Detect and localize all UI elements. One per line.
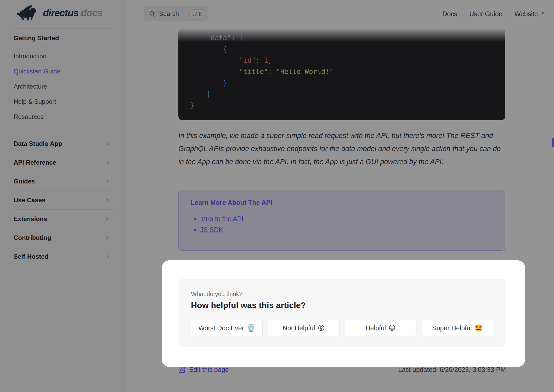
not-helpful-button[interactable]: Not Helpful 😡: [268, 320, 340, 336]
super-helpful-button[interactable]: Super Helpful 🤩: [422, 320, 493, 336]
wastebasket-emoji-icon: 🗑️: [247, 324, 255, 332]
button-label: Super Helpful: [432, 324, 472, 332]
docs-page: directusdocs Getting Started Introductio…: [0, 0, 554, 392]
helpful-button[interactable]: Helpful 😃: [345, 320, 416, 336]
angry-face-emoji-icon: 😡: [318, 324, 325, 332]
smiley-face-emoji-icon: 😃: [388, 324, 395, 332]
worst-doc-ever-button[interactable]: Worst Doc Ever 🗑️: [191, 320, 263, 336]
feedback-kicker: What do you think?: [191, 290, 493, 298]
button-label: Not Helpful: [283, 324, 315, 332]
feedback-spotlight: What do you think? How helpful was this …: [162, 260, 525, 367]
button-label: Helpful: [366, 324, 386, 332]
star-struck-emoji-icon: 🤩: [474, 324, 483, 332]
feedback-card: What do you think? How helpful was this …: [179, 279, 506, 347]
button-label: Worst Doc Ever: [198, 324, 244, 332]
feedback-heading: How helpful was this article?: [191, 299, 493, 311]
feedback-buttons: Worst Doc Ever 🗑️ Not Helpful 😡 Helpful …: [191, 320, 493, 336]
